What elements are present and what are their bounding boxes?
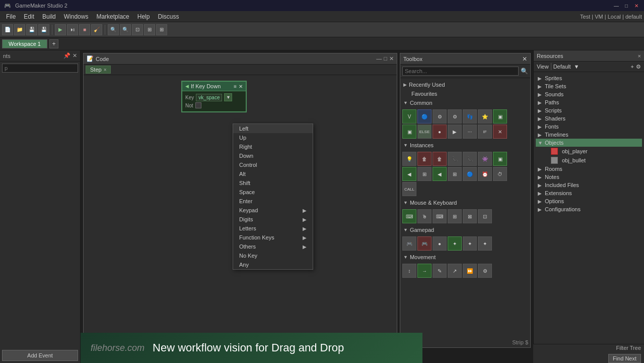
inst-icon-8[interactable]: ◀ (402, 167, 416, 181)
dropdown-item-enter[interactable]: Enter (233, 197, 313, 206)
gp-icon-2[interactable]: 🎮 (417, 236, 432, 251)
icon-dots[interactable]: ··· (463, 125, 477, 139)
tree-item-obj-player[interactable]: obj_player (536, 147, 642, 156)
toolbox-search-input[interactable] (402, 67, 519, 76)
inst-icon-11[interactable]: ⊞ (448, 167, 462, 181)
gp-icon-5[interactable]: ✦ (463, 236, 477, 251)
inst-icon-3[interactable]: 🗑 (433, 152, 447, 166)
inst-icon-6[interactable]: 👾 (478, 152, 492, 166)
mv-icon-3[interactable]: ✎ (433, 264, 447, 278)
clean-btn[interactable]: 🧹 (91, 24, 102, 35)
inst-icon-15[interactable]: CALL (402, 182, 416, 196)
mv-icon-6[interactable]: ⚙ (478, 264, 492, 278)
dropdown-item-right[interactable]: Right (233, 142, 313, 151)
resources-default-btn[interactable]: Default (553, 64, 571, 70)
tree-item-paths[interactable]: ▶ Paths (536, 98, 642, 106)
dropdown-item-down[interactable]: Down (233, 151, 313, 160)
close-button[interactable]: ✕ (633, 2, 640, 9)
inst-icon-1[interactable]: 💡 (402, 152, 416, 166)
key-value-button[interactable]: vk_space (196, 94, 222, 101)
menu-discuss[interactable]: Discuss (154, 12, 183, 21)
debug-btn[interactable]: ⏯ (67, 24, 78, 35)
left-panel-close[interactable]: ✕ (73, 52, 77, 59)
toolbox-section-mouse-keyboard[interactable]: ▼ Mouse & Keyboard (402, 198, 528, 207)
gp-icon-4[interactable]: ✦ (448, 236, 462, 251)
tree-item-rooms[interactable]: ▶ Rooms (536, 165, 642, 173)
menu-windows[interactable]: Windows (60, 12, 93, 21)
inst-icon-2[interactable]: 🗑 (417, 152, 432, 166)
mv-icon-5[interactable]: ⏩ (463, 264, 477, 278)
tree-item-options[interactable]: ▶ Options (536, 197, 642, 205)
mv-icon-1[interactable]: ↕ (402, 264, 416, 278)
icon-if[interactable]: IF (478, 125, 492, 139)
resources-close[interactable]: × (638, 53, 641, 59)
code-panel-restore[interactable]: □ (384, 55, 387, 62)
menu-build[interactable]: Build (38, 12, 60, 21)
toolbox-section-movement[interactable]: ▼ Movement (402, 253, 528, 262)
icon-func[interactable]: ⚙ (433, 109, 447, 124)
mv-icon-2[interactable]: → (417, 264, 432, 278)
tree-item-timelines[interactable]: ▶ Timelines (536, 131, 642, 139)
icon-var[interactable]: V (402, 109, 416, 124)
dropdown-item-keypad[interactable]: Keypad ▶ (233, 206, 313, 215)
left-panel-pin[interactable]: 📌 (63, 52, 70, 59)
grid-btn[interactable]: ⊞ (156, 24, 167, 35)
inst-icon-7[interactable]: ▣ (493, 152, 507, 166)
inst-icon-9[interactable]: ⊞ (417, 167, 432, 181)
inst-icon-4[interactable]: 📞 (448, 152, 462, 166)
tree-item-shaders[interactable]: ▶ Shaders (536, 114, 642, 123)
zoom-fit-btn[interactable]: ⊞ (144, 24, 155, 35)
dropdown-item-alt[interactable]: Alt (233, 169, 313, 178)
tree-item-objects[interactable]: ▼ Objects (536, 139, 642, 147)
tree-item-sounds[interactable]: ▶ Sounds (536, 90, 642, 98)
inst-icon-5[interactable]: 📞 (463, 152, 477, 166)
minimize-button[interactable]: — (613, 2, 620, 9)
build-btn[interactable]: ▶ (55, 24, 66, 35)
icon-else[interactable]: ELSE (417, 125, 432, 139)
key-dropdown-icon[interactable]: ▼ (224, 93, 232, 101)
new-btn[interactable]: 📄 (2, 24, 13, 35)
code-tab-step[interactable]: Step × (86, 66, 111, 74)
inst-icon-14[interactable]: ⏱ (493, 167, 507, 181)
mk-icon-1[interactable]: ⌨ (402, 209, 416, 223)
add-workspace-tab-button[interactable]: + (49, 39, 58, 48)
mk-icon-5[interactable]: ⊠ (463, 209, 477, 223)
gp-icon-6[interactable]: ✦ (478, 236, 492, 251)
dropdown-item-left[interactable]: Left (233, 124, 313, 133)
dropdown-item-letters[interactable]: Letters ▶ (233, 224, 313, 233)
not-checkbox[interactable] (195, 102, 201, 108)
icon-func2[interactable]: ⚙ (448, 109, 462, 124)
mk-icon-4[interactable]: ⊞ (448, 209, 462, 223)
dropdown-item-others[interactable]: Others ▶ (233, 242, 313, 251)
tree-item-configurations[interactable]: ▶ Configurations (536, 205, 642, 213)
gp-icon-1[interactable]: 🎮 (402, 236, 416, 251)
find-next-button[interactable]: Find Next (608, 354, 641, 363)
mv-icon-4[interactable]: ↗ (448, 264, 462, 278)
mk-icon-2[interactable]: 🖱 (417, 209, 432, 223)
tree-item-fonts[interactable]: ▶ Fonts (536, 123, 642, 131)
menu-help[interactable]: Help (133, 12, 154, 21)
icon-var2[interactable]: 🔵 (417, 109, 432, 124)
dropdown-item-control[interactable]: Control (233, 160, 313, 169)
tree-item-obj-bullet[interactable]: obj_bullet (536, 156, 642, 165)
dropdown-item-space[interactable]: Space (233, 188, 313, 197)
toolbox-section-gamepad[interactable]: ▼ Gamepad (402, 225, 528, 234)
stop-btn[interactable]: ■ (79, 24, 90, 35)
icon-walk[interactable]: 👣 (463, 109, 477, 124)
gp-icon-3[interactable]: ● (433, 236, 447, 251)
tree-item-extensions[interactable]: ▶ Extensions (536, 189, 642, 197)
code-tab-close[interactable]: × (104, 67, 107, 73)
resources-dropdown-icon[interactable]: ▼ (574, 64, 580, 70)
zoom-reset-btn[interactable]: ⊡ (132, 24, 143, 35)
toolbox-close[interactable]: ✕ (522, 55, 527, 63)
toolbox-section-recently-used[interactable]: ▶ Recently Used (402, 80, 528, 89)
if-key-down-collapse[interactable]: ◀ (185, 84, 189, 89)
dropdown-item-shift[interactable]: Shift (233, 178, 313, 188)
dropdown-item-function-keys[interactable]: Function Keys ▶ (233, 233, 313, 242)
open-btn[interactable]: 📁 (14, 24, 25, 35)
tree-item-notes[interactable]: ▶ Notes (536, 173, 642, 181)
icon-red1[interactable]: ● (433, 125, 447, 139)
inst-icon-12[interactable]: 🔵 (463, 167, 477, 181)
mk-icon-3[interactable]: ⌨ (433, 209, 447, 223)
toolbox-section-instances[interactable]: ▼ Instances (402, 141, 528, 150)
